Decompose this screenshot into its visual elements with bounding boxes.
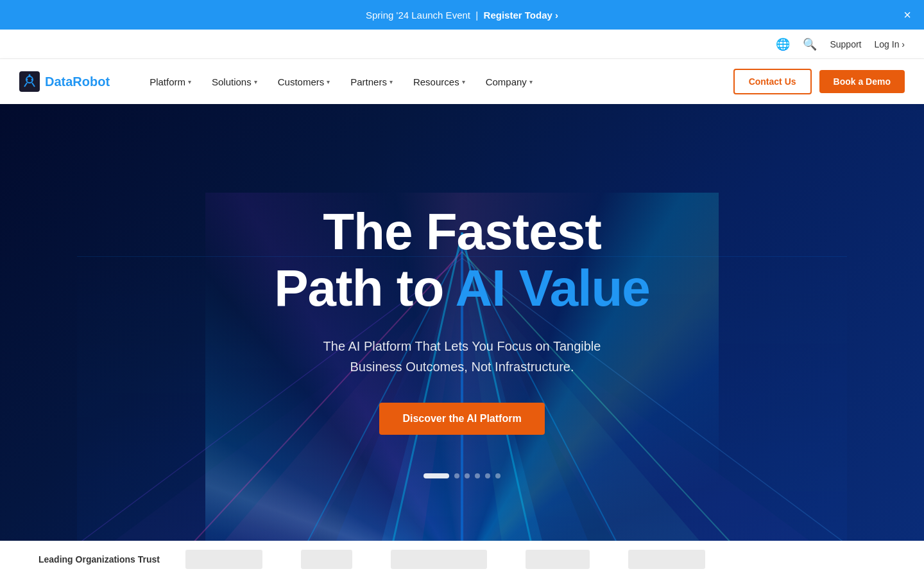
discover-platform-button[interactable]: Discover the AI Platform [379,403,544,435]
svg-point-5 [31,79,33,81]
nav-item-company[interactable]: Company ▾ [478,71,540,92]
contact-us-button[interactable]: Contact Us [733,69,812,94]
utility-bar: 🌐 🔍 Support Log In [0,30,924,59]
main-nav: DataRobot Platform ▾ Solutions ▾ Custome… [0,59,924,104]
hero-content: The Fastest Path to AI Value The AI Plat… [274,204,650,478]
carousel-dot-3[interactable] [465,473,470,478]
carousel-dots [274,473,650,478]
hero-subtitle: The AI Platform That Lets You Focus on T… [274,336,650,377]
book-demo-button[interactable]: Book a Demo [819,70,905,93]
trust-bar: Leading Organizations Trust [0,541,924,578]
trust-logo-1 [185,550,262,569]
nav-item-partners[interactable]: Partners ▾ [343,71,400,92]
register-link[interactable]: Register Today [484,10,558,21]
trust-label: Leading Organizations Trust [38,554,160,565]
trust-logos [185,550,705,569]
hero-title-line1: The Fastest [274,204,650,260]
chevron-down-icon: ▾ [327,78,330,85]
chevron-down-icon: ▾ [254,78,257,85]
carousel-dot-4[interactable] [475,473,480,478]
hero-ai-value-text: AI Value [456,259,650,317]
hero-section: The Fastest Path to AI Value The AI Plat… [0,104,924,578]
carousel-dot-6[interactable] [495,473,501,478]
search-icon[interactable]: 🔍 [803,37,817,51]
trust-logo-2 [301,550,352,569]
nav-item-resources[interactable]: Resources ▾ [406,71,473,92]
trust-logo-4 [526,550,590,569]
nav-item-platform[interactable]: Platform ▾ [142,71,199,92]
nav-item-solutions[interactable]: Solutions ▾ [204,71,265,92]
trust-logo-3 [391,550,487,569]
carousel-dot-5[interactable] [485,473,490,478]
announcement-text: Spring '24 Launch Event | Register Today [366,10,558,21]
chevron-down-icon: ▾ [529,78,533,85]
chevron-down-icon: ▾ [188,78,191,85]
svg-point-7 [29,74,31,76]
nav-item-customers[interactable]: Customers ▾ [270,71,338,92]
logo[interactable]: DataRobot [19,71,110,92]
announcement-close-button[interactable]: × [903,8,911,22]
announcement-bar: Spring '24 Launch Event | Register Today… [0,0,924,30]
hero-title-line2: Path to AI Value [274,260,650,317]
carousel-dot-1[interactable] [424,473,449,478]
nav-actions: Contact Us Book a Demo [733,69,905,94]
logo-text: DataRobot [45,74,110,89]
svg-point-4 [26,79,28,81]
chevron-down-icon: ▾ [462,78,465,85]
chevron-down-icon: ▾ [389,78,393,85]
logo-icon [19,71,40,92]
carousel-dot-2[interactable] [454,473,459,478]
trust-logo-5 [628,550,705,569]
globe-icon[interactable]: 🌐 [776,37,790,51]
support-link[interactable]: Support [830,39,861,49]
login-link[interactable]: Log In [875,39,905,49]
nav-links: Platform ▾ Solutions ▾ Customers ▾ Partn… [142,71,733,92]
